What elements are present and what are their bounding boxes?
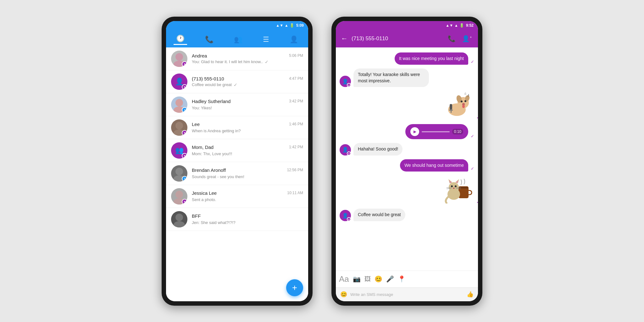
svg-rect-20 [450, 104, 452, 110]
chat-messages: It was nice meeting you last night ✓ 👤 ●… [336, 47, 478, 270]
fab-compose[interactable]: + [286, 279, 303, 296]
emoji-icon[interactable]: 😊 [375, 275, 382, 283]
contact-name-phone: (713) 555-0110 [192, 76, 224, 81]
svg-point-6 [175, 168, 183, 175]
contact-name-brendan: Brendan Aronoff [192, 167, 226, 173]
badge-hadley: f [182, 107, 187, 113]
contact-hadley[interactable]: f Hadley Sutherland 3:42 PM You: Yikes! [166, 93, 308, 116]
message-row-5: 👤 ● Hahaha! Sooo good! [340, 143, 474, 156]
back-button[interactable]: ← [341, 35, 348, 43]
keyboard-icon[interactable]: Aa [339, 274, 349, 284]
contact-info-phone: (713) 555-0110 4:47 PM Coffee would be g… [192, 76, 303, 87]
message-check-6: ✓ [471, 166, 474, 171]
svg-point-11 [174, 221, 185, 227]
contact-bff[interactable]: BFF Jen: She said what?!?!? [166, 208, 308, 231]
contact-preview-brendan: Sounds great - see you then! [192, 174, 244, 179]
contact-jessica[interactable]: ● Jessica Lee 10:11 AM Sent a photo. [166, 185, 308, 208]
nav-history[interactable]: 🕐 [174, 33, 187, 45]
message-bubble-2: Totally! Your karaoke skills were most i… [353, 68, 429, 87]
contact-phone-number[interactable]: 👤 ● (713) 555-0110 4:47 PM Coffee would … [166, 70, 308, 93]
avatar-andrea: ● [171, 51, 187, 67]
svg-text:♫: ♫ [464, 92, 467, 95]
signal-icon-2: ▲ [454, 23, 458, 28]
location-icon[interactable]: 📍 [398, 275, 406, 283]
contact-name-hadley: Hadley Sutherland [192, 99, 230, 104]
contact-preview-bff: Jen: She said what?!?!? [192, 220, 236, 225]
thumbs-up-icon[interactable]: 👍 [467, 291, 474, 298]
contact-name-jessica: Jessica Lee [192, 190, 217, 196]
play-button[interactable]: ▶ [410, 127, 419, 136]
avatar-hadley: f [171, 96, 187, 113]
svg-point-19 [462, 105, 465, 108]
message-row-3: ♪ ♫ ✓ [340, 91, 474, 120]
svg-point-2 [175, 99, 183, 106]
contact-time-hadley: 3:42 PM [289, 99, 303, 103]
svg-point-28 [449, 182, 459, 192]
chat-title: (713) 555-0110 [352, 35, 443, 42]
sticker-dog: ♪ ♫ ✓ [440, 91, 474, 120]
wifi-icon-2: ▲▼ [446, 23, 453, 28]
camera-icon[interactable]: 📷 [353, 275, 361, 283]
avatar-brendan: f [171, 165, 187, 182]
message-text-1: It was nice meeting you last night [399, 56, 464, 61]
nav-contacts[interactable]: 👥 [231, 34, 245, 45]
nav-calls[interactable]: 📞 [203, 34, 216, 45]
avatar-phone-number: 👤 ● [171, 74, 187, 90]
message-text-5: Hahaha! Sooo good! [358, 146, 398, 151]
contact-time-lee: 1:46 PM [289, 122, 303, 126]
contact-preview-lee: When is Andrea getting in? [192, 128, 241, 133]
avatar-jessica: ● [171, 188, 187, 205]
contact-preview-andrea: You: Glad to hear it. I will let him kno… [192, 59, 263, 64]
contact-andrea[interactable]: ● Andrea 5:06 PM You: Glad to hear it. I… [166, 47, 308, 70]
svg-point-35 [453, 188, 455, 189]
svg-rect-22 [451, 110, 452, 113]
mic-icon[interactable]: 🎤 [386, 275, 394, 283]
add-contact-button[interactable]: 👤+ [461, 34, 473, 44]
chat-header: ← (713) 555-0110 📞 👤+ [336, 30, 478, 47]
nav-menu[interactable]: ☰ [260, 34, 272, 45]
contact-brendan[interactable]: f Brendan Aronoff 12:56 PM Sounds great … [166, 162, 308, 185]
status-bar-1: ▲▼ ▲ 🔋 5:09 [166, 21, 308, 30]
status-icons-1: ▲▼ ▲ 🔋 [276, 23, 294, 28]
status-icons-2: ▲▼ ▲ 🔋 [446, 23, 464, 28]
badge-andrea: ● [182, 61, 187, 67]
avatar-badge-5: ● [347, 151, 351, 156]
svg-point-33 [451, 185, 453, 187]
signal-icon: ▲ [285, 23, 288, 28]
cat-sticker-check: ✓ [476, 199, 478, 204]
nav-profile[interactable]: 👤 [287, 34, 301, 45]
chat-input-bar: Aa 📷 🖼 😊 🎤 📍 [336, 270, 478, 287]
contact-name-bff: BFF [192, 213, 201, 219]
audio-progress [422, 131, 450, 132]
svg-point-16 [461, 101, 463, 102]
call-button[interactable]: 📞 [447, 34, 457, 44]
svg-point-34 [455, 185, 457, 187]
message-text-8: Coffee would be great [358, 212, 401, 217]
avatar-mom-dad: 👥 ● [171, 142, 187, 159]
wifi-icon: ▲▼ [276, 23, 283, 28]
contact-preview-jessica: Sent a photo. [192, 197, 216, 202]
contact-info-andrea: Andrea 5:06 PM You: Glad to hear it. I w… [192, 53, 303, 64]
image-icon[interactable]: 🖼 [364, 276, 371, 283]
sms-placeholder[interactable]: Write an SMS message [350, 292, 464, 297]
badge-lee: ● [182, 130, 187, 136]
contact-lee[interactable]: ● Lee 1:46 PM When is Andrea getting in? [166, 116, 308, 139]
avatar-photo-bff [171, 211, 187, 227]
message-row-6: We should hang out sometime ✓ [340, 159, 474, 172]
sms-emoji-icon[interactable]: 😊 [340, 291, 347, 298]
badge-jessica: ● [182, 199, 187, 205]
sticker-check: ✓ [476, 115, 478, 120]
check-phone: ✓ [234, 82, 237, 87]
message-row-2: 👤 ● Totally! Your karaoke skills were mo… [340, 68, 474, 87]
avatar-lee: ● [171, 119, 187, 136]
message-bubble-6: We should hang out sometime [400, 159, 468, 172]
avatar-received-8: 👤 ● [340, 210, 351, 221]
contact-info-jessica: Jessica Lee 10:11 AM Sent a photo. [192, 190, 303, 202]
svg-point-17 [464, 100, 466, 102]
message-bubble-8: Coffee would be great [353, 209, 405, 221]
plus-icon: + [292, 283, 297, 293]
phone-contacts: ▲▼ ▲ 🔋 5:09 🕐 📞 👥 ☰ 👤 [162, 17, 313, 306]
sms-bar: 😊 Write an SMS message 👍 [336, 287, 478, 301]
contact-mom-dad[interactable]: 👥 ● Mom, Dad 1:42 PM Mom: Thx, Love you!… [166, 139, 308, 162]
audio-bubble[interactable]: ▶ 0:10 [405, 124, 468, 139]
